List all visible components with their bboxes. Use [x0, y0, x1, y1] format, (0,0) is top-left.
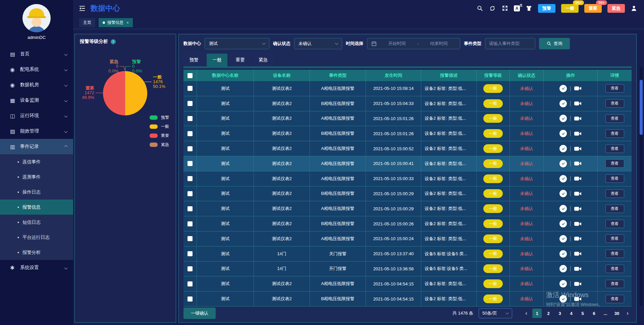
view-button[interactable]: 查看: [605, 189, 624, 198]
view-button[interactable]: 查看: [605, 295, 624, 303]
sidebar-item[interactable]: ◉ 配电系统: [0, 62, 73, 77]
sidebar-item[interactable]: ▨ 能效管理: [0, 123, 73, 139]
submenu-item[interactable]: 平台运行日志: [0, 230, 73, 245]
view-button[interactable]: 查看: [605, 114, 624, 123]
sidebar-item-system-settings[interactable]: ✱ 系统设置: [0, 260, 73, 275]
video-camera-icon[interactable]: [574, 221, 582, 227]
sidebar-item[interactable]: ▦ 设备监测: [0, 93, 73, 108]
confirm-check-icon[interactable]: [559, 280, 567, 287]
page-number[interactable]: 2: [544, 309, 553, 318]
row-checkbox[interactable]: [187, 191, 193, 196]
sidebar-item[interactable]: ◫ 运行环境: [0, 108, 73, 123]
level-button-general[interactable]: 一般: [561, 4, 579, 13]
alarm-level-tab[interactable]: 一般: [207, 54, 227, 66]
page-number[interactable]: 3: [555, 309, 565, 318]
view-button[interactable]: 查看: [605, 265, 624, 273]
next-page-button[interactable]: ›: [624, 310, 632, 317]
confirm-check-icon[interactable]: [559, 190, 567, 197]
view-button[interactable]: 查看: [605, 145, 624, 153]
row-checkbox[interactable]: [187, 176, 193, 181]
confirm-check-icon[interactable]: [559, 160, 567, 167]
row-checkbox[interactable]: [187, 236, 193, 241]
video-camera-icon[interactable]: [574, 146, 582, 152]
page-number[interactable]: 30: [612, 309, 622, 318]
alarm-level-tab[interactable]: 预警: [183, 54, 204, 66]
confirm-check-icon[interactable]: [559, 250, 567, 258]
submenu-item[interactable]: 短信日志: [0, 215, 73, 230]
row-checkbox[interactable]: [187, 266, 193, 271]
level-button-important[interactable]: 重要: [584, 4, 602, 13]
tab-home[interactable]: 主页: [79, 18, 95, 27]
row-checkbox[interactable]: [187, 206, 193, 211]
video-camera-icon[interactable]: [574, 206, 582, 212]
confirm-check-icon[interactable]: [559, 220, 567, 227]
sidebar-item[interactable]: ◉ 数据机房: [0, 77, 73, 93]
alarm-level-tab[interactable]: 紧急: [253, 54, 274, 66]
video-camera-icon[interactable]: [574, 131, 582, 137]
date-range-picker[interactable]: 开始时间 - 结束时间: [367, 38, 460, 49]
page-number[interactable]: 4: [567, 309, 576, 318]
level-button-warning[interactable]: 预警: [538, 4, 555, 13]
user-icon[interactable]: [631, 5, 637, 12]
event-type-input[interactable]: 请输入事件类型: [485, 38, 535, 49]
submenu-item[interactable]: 遥测事件: [0, 169, 73, 184]
refresh-icon[interactable]: [489, 5, 496, 12]
alarm-level-tab[interactable]: 重要: [230, 54, 251, 66]
view-button[interactable]: 查看: [605, 220, 624, 228]
query-button[interactable]: 查询: [539, 38, 570, 49]
view-button[interactable]: 查看: [605, 129, 624, 138]
sidebar-item-event-records[interactable]: ▥ 事件记录: [0, 139, 73, 154]
confirm-check-icon[interactable]: [559, 295, 567, 303]
video-camera-icon[interactable]: [574, 191, 582, 197]
view-button[interactable]: 查看: [605, 99, 624, 108]
menu-fold-icon[interactable]: [78, 5, 86, 12]
page-number[interactable]: 6: [589, 309, 599, 318]
row-checkbox[interactable]: [187, 221, 193, 226]
row-checkbox[interactable]: [187, 116, 193, 121]
video-camera-icon[interactable]: [574, 176, 582, 181]
submenu-item[interactable]: 报警信息: [0, 200, 73, 215]
video-camera-icon[interactable]: [574, 236, 582, 241]
confirm-check-icon[interactable]: [559, 205, 567, 212]
confirm-check-icon[interactable]: [559, 235, 567, 242]
confirm-check-icon[interactable]: [559, 85, 567, 92]
confirm-check-icon[interactable]: [559, 130, 567, 137]
submenu-item[interactable]: 遥信事件: [0, 154, 73, 169]
video-camera-icon[interactable]: [574, 251, 582, 257]
page-number[interactable]: ...: [601, 309, 610, 318]
page-size-select[interactable]: 50条/页: [479, 308, 512, 318]
confirm-status-select[interactable]: 未确认: [294, 38, 342, 49]
video-camera-icon[interactable]: [574, 86, 582, 91]
prev-page-button[interactable]: ‹: [522, 310, 530, 317]
video-camera-icon[interactable]: [574, 296, 582, 302]
row-checkbox[interactable]: [187, 281, 193, 286]
fullscreen-icon[interactable]: [501, 5, 508, 12]
close-icon[interactable]: ×: [126, 20, 129, 25]
row-checkbox[interactable]: [187, 296, 193, 302]
view-button[interactable]: 查看: [605, 234, 624, 243]
confirm-check-icon[interactable]: [559, 115, 567, 122]
view-button[interactable]: 查看: [605, 159, 624, 168]
view-button[interactable]: 查看: [605, 205, 624, 213]
row-checkbox[interactable]: [187, 131, 193, 136]
row-checkbox[interactable]: [187, 251, 193, 256]
row-checkbox[interactable]: [187, 146, 193, 151]
translate-icon[interactable]: A 文: [514, 5, 520, 11]
view-button[interactable]: 查看: [605, 250, 624, 258]
level-button-critical[interactable]: 紧急: [607, 4, 625, 13]
confirm-check-icon[interactable]: [559, 265, 567, 272]
scrollbar-thumb[interactable]: [640, 80, 643, 135]
search-icon[interactable]: [477, 5, 483, 12]
view-button[interactable]: 查看: [605, 174, 624, 183]
data-center-select[interactable]: 测试: [205, 38, 269, 49]
video-camera-icon[interactable]: [574, 281, 582, 287]
theme-shirt-icon[interactable]: [526, 5, 532, 12]
row-checkbox[interactable]: [187, 86, 193, 91]
confirm-check-icon[interactable]: [559, 145, 567, 152]
row-checkbox[interactable]: [187, 101, 193, 106]
page-number[interactable]: 1: [532, 309, 542, 318]
video-camera-icon[interactable]: [574, 116, 582, 121]
confirm-check-icon[interactable]: [559, 100, 567, 107]
sidebar-item[interactable]: ▤ 首页: [0, 46, 73, 62]
view-button[interactable]: 查看: [605, 84, 624, 93]
